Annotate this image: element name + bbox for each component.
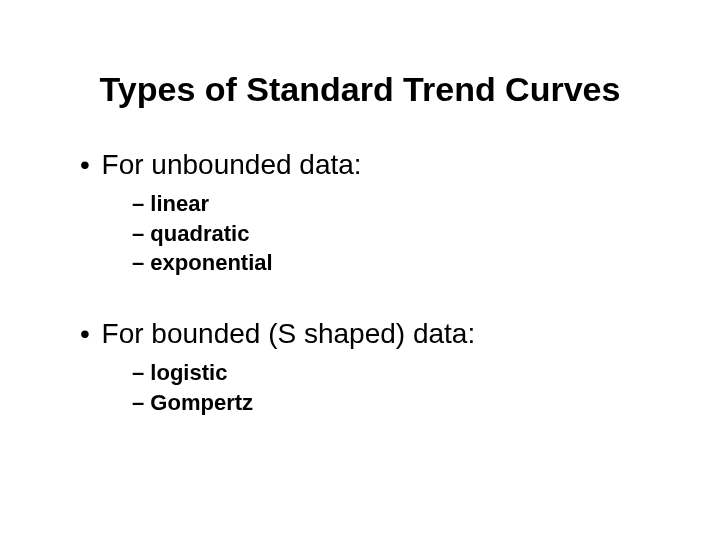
section-heading: For unbounded data: — [80, 149, 660, 181]
section-unbounded: For unbounded data: linear quadratic exp… — [60, 149, 660, 278]
list-item: linear — [132, 189, 660, 219]
section-bounded: For bounded (S shaped) data: logistic Go… — [60, 318, 660, 417]
list-item: Gompertz — [132, 388, 660, 418]
list-item: exponential — [132, 248, 660, 278]
section-heading: For bounded (S shaped) data: — [80, 318, 660, 350]
list-item: quadratic — [132, 219, 660, 249]
list-item: logistic — [132, 358, 660, 388]
slide-title: Types of Standard Trend Curves — [60, 70, 660, 109]
